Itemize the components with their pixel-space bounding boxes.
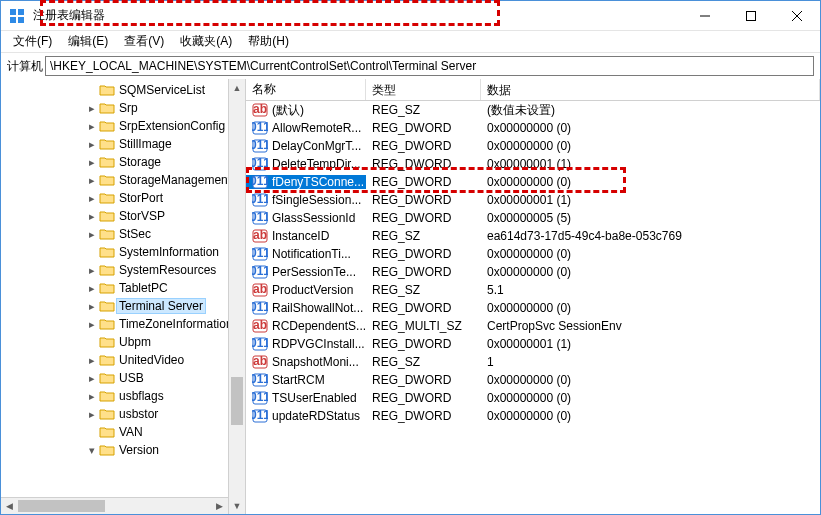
address-input[interactable]: \HKEY_LOCAL_MACHINE\SYSTEM\CurrentContro… bbox=[45, 56, 814, 76]
tree-node[interactable]: ▸SrpExtensionConfig bbox=[1, 117, 245, 135]
value-data: ea614d73-17d5-49c4-ba8e-053c769 bbox=[481, 229, 820, 243]
scroll-thumb-h[interactable] bbox=[18, 500, 105, 512]
tree-node-label: SystemResources bbox=[117, 263, 218, 277]
expand-toggle-icon[interactable]: ▸ bbox=[85, 210, 99, 223]
value-row[interactable]: abSnapshotMoni...REG_SZ1 bbox=[246, 353, 820, 371]
expand-toggle-icon[interactable]: ▸ bbox=[85, 138, 99, 151]
expand-toggle-icon[interactable]: ▸ bbox=[85, 300, 99, 313]
value-row[interactable]: 011updateRDStatusREG_DWORD0x00000000 (0) bbox=[246, 407, 820, 425]
value-row[interactable]: abInstanceIDREG_SZea614d73-17d5-49c4-ba8… bbox=[246, 227, 820, 245]
value-name: AllowRemoteR... bbox=[272, 121, 361, 135]
tree-node[interactable]: ▸TimeZoneInformation bbox=[1, 315, 245, 333]
scroll-down-button[interactable]: ▼ bbox=[229, 497, 245, 514]
tree-node[interactable]: ▸UnitedVideo bbox=[1, 351, 245, 369]
value-row[interactable]: 011RailShowallNot...REG_DWORD0x00000000 … bbox=[246, 299, 820, 317]
tree-node[interactable]: ▸StorVSP bbox=[1, 207, 245, 225]
tree-node[interactable]: ▸StillImage bbox=[1, 135, 245, 153]
tree-pane[interactable]: •SQMServiceList▸Srp▸SrpExtensionConfig▸S… bbox=[1, 79, 246, 514]
minimize-button[interactable] bbox=[682, 1, 728, 31]
tree-node[interactable]: ▸StSec bbox=[1, 225, 245, 243]
tree-node[interactable]: •SystemInformation bbox=[1, 243, 245, 261]
value-row[interactable]: 011GlassSessionIdREG_DWORD0x00000005 (5) bbox=[246, 209, 820, 227]
tree-node[interactable]: ▸USB bbox=[1, 369, 245, 387]
value-name: DelayConMgrT... bbox=[272, 139, 361, 153]
expand-toggle-icon[interactable]: ▸ bbox=[85, 354, 99, 367]
tree-node[interactable]: •VAN bbox=[1, 423, 245, 441]
expand-toggle-icon[interactable]: ▸ bbox=[85, 390, 99, 403]
expand-toggle-icon[interactable]: ▸ bbox=[85, 102, 99, 115]
scroll-right-button[interactable]: ▶ bbox=[211, 498, 228, 514]
folder-icon bbox=[99, 83, 115, 97]
scroll-left-button[interactable]: ◀ bbox=[1, 498, 18, 514]
tree-node[interactable]: ▸Storage bbox=[1, 153, 245, 171]
titlebar[interactable]: 注册表编辑器 bbox=[1, 1, 820, 31]
tree-node[interactable]: ▾Version bbox=[1, 441, 245, 459]
folder-icon bbox=[99, 119, 115, 133]
value-row[interactable]: 011StartRCMREG_DWORD0x00000000 (0) bbox=[246, 371, 820, 389]
expand-toggle-icon[interactable]: ▸ bbox=[85, 156, 99, 169]
value-row[interactable]: 011DelayConMgrT...REG_DWORD0x00000000 (0… bbox=[246, 137, 820, 155]
tree-node[interactable]: ▸Terminal Server bbox=[1, 297, 245, 315]
svg-text:011: 011 bbox=[252, 373, 268, 386]
expand-toggle-icon[interactable]: ▸ bbox=[85, 192, 99, 205]
tree-node[interactable]: ▸usbstor bbox=[1, 405, 245, 423]
value-row[interactable]: 011AllowRemoteR...REG_DWORD0x00000000 (0… bbox=[246, 119, 820, 137]
value-name-cell: 011TSUserEnabled bbox=[246, 391, 366, 405]
tree-node[interactable]: ▸StorageManagement bbox=[1, 171, 245, 189]
expand-toggle-icon[interactable]: ▸ bbox=[85, 318, 99, 331]
expand-toggle-icon[interactable]: ▸ bbox=[85, 372, 99, 385]
tree-scrollbar-horizontal[interactable]: ◀ ▶ bbox=[1, 497, 228, 514]
value-row[interactable]: 011PerSessionTe...REG_DWORD0x00000000 (0… bbox=[246, 263, 820, 281]
tree-node[interactable]: ▸TabletPC bbox=[1, 279, 245, 297]
value-row[interactable]: abProductVersionREG_SZ5.1 bbox=[246, 281, 820, 299]
tree-node[interactable]: ▸SystemResources bbox=[1, 261, 245, 279]
menu-view[interactable]: 查看(V) bbox=[116, 31, 172, 52]
scroll-thumb[interactable] bbox=[231, 377, 243, 425]
expand-toggle-icon[interactable]: ▸ bbox=[85, 408, 99, 421]
value-row[interactable]: ab(默认)REG_SZ(数值未设置) bbox=[246, 101, 820, 119]
value-row[interactable]: 011TSUserEnabledREG_DWORD0x00000000 (0) bbox=[246, 389, 820, 407]
value-name-cell: 011PerSessionTe... bbox=[246, 265, 366, 279]
value-row[interactable]: 011fSingleSession...REG_DWORD0x00000001 … bbox=[246, 191, 820, 209]
menu-favorites[interactable]: 收藏夹(A) bbox=[172, 31, 240, 52]
value-row[interactable]: 011RDPVGCInstall...REG_DWORD0x00000001 (… bbox=[246, 335, 820, 353]
expand-toggle-icon[interactable]: ▸ bbox=[85, 282, 99, 295]
svg-text:011: 011 bbox=[252, 211, 268, 224]
column-type[interactable]: 类型 bbox=[366, 79, 481, 100]
tree-node[interactable]: ▸usbflags bbox=[1, 387, 245, 405]
value-data: 0x00000000 (0) bbox=[481, 139, 820, 153]
column-data[interactable]: 数据 bbox=[481, 79, 820, 100]
menu-file[interactable]: 文件(F) bbox=[5, 31, 60, 52]
tree-node-label: usbstor bbox=[117, 407, 160, 421]
value-name: SnapshotMoni... bbox=[272, 355, 359, 369]
registry-editor-window: 注册表编辑器 文件(F) 编辑(E) 查看(V) 收藏夹(A) 帮助(H) 计算… bbox=[0, 0, 821, 515]
tree-node[interactable]: •Ubpm bbox=[1, 333, 245, 351]
menu-help[interactable]: 帮助(H) bbox=[240, 31, 297, 52]
value-row[interactable]: 011fDenyTSConne...REG_DWORD0x00000000 (0… bbox=[246, 173, 820, 191]
value-row[interactable]: 011NotificationTi...REG_DWORD0x00000000 … bbox=[246, 245, 820, 263]
close-button[interactable] bbox=[774, 1, 820, 31]
tree-node[interactable]: ▸StorPort bbox=[1, 189, 245, 207]
scroll-up-button[interactable]: ▲ bbox=[229, 79, 245, 96]
menu-edit[interactable]: 编辑(E) bbox=[60, 31, 116, 52]
maximize-button[interactable] bbox=[728, 1, 774, 31]
svg-rect-0 bbox=[10, 9, 16, 15]
expand-toggle-icon[interactable]: ▸ bbox=[85, 264, 99, 277]
svg-text:ab: ab bbox=[253, 103, 267, 116]
tree-node[interactable]: •SQMServiceList bbox=[1, 81, 245, 99]
list-body[interactable]: ab(默认)REG_SZ(数值未设置)011AllowRemoteR...REG… bbox=[246, 101, 820, 514]
value-name-cell: 011DelayConMgrT... bbox=[246, 139, 366, 153]
tree-node[interactable]: ▸Srp bbox=[1, 99, 245, 117]
value-row[interactable]: 011DeleteTempDir...REG_DWORD0x00000001 (… bbox=[246, 155, 820, 173]
value-row[interactable]: abRCDependentS...REG_MULTI_SZCertPropSvc… bbox=[246, 317, 820, 335]
value-name-cell: 011AllowRemoteR... bbox=[246, 121, 366, 135]
column-name[interactable]: 名称 bbox=[246, 79, 366, 100]
value-type: REG_DWORD bbox=[366, 193, 481, 207]
tree-scrollbar-vertical[interactable]: ▲ ▼ bbox=[228, 79, 245, 514]
expand-toggle-icon[interactable]: ▸ bbox=[85, 228, 99, 241]
expand-toggle-icon[interactable]: ▾ bbox=[85, 444, 99, 457]
expand-toggle-icon[interactable]: ▸ bbox=[85, 174, 99, 187]
value-name: fSingleSession... bbox=[272, 193, 361, 207]
expand-toggle-icon[interactable]: ▸ bbox=[85, 120, 99, 133]
value-name: (默认) bbox=[272, 102, 304, 119]
